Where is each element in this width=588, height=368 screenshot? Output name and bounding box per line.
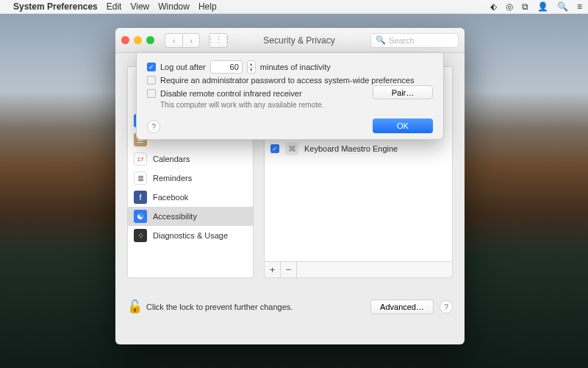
titlebar: ‹ › ⋮⋮⋮ Security & Privacy 🔍 Search: [115, 28, 465, 53]
menubar: System Preferences Edit View Window Help…: [0, 0, 588, 14]
window-title: Security & Privacy: [232, 35, 366, 46]
logout-prefix: Log out after: [160, 63, 206, 71]
advanced-sheet: ✓ Log out after 60 ▲▼ minutes of inactiv…: [136, 53, 444, 140]
app-checkbox[interactable]: ✓: [270, 144, 279, 153]
menu-window[interactable]: Window: [158, 1, 190, 12]
footer: 🔓 Click the lock to prevent further chan…: [127, 299, 453, 315]
lock-icon[interactable]: 🔓: [127, 299, 140, 315]
pair-button[interactable]: Pair…: [373, 85, 433, 99]
search-icon: 🔍: [376, 35, 386, 45]
diagnostics-icon: ⁘: [134, 229, 147, 242]
logout-minutes-field[interactable]: 60: [210, 60, 243, 74]
minimize-button[interactable]: [134, 36, 142, 44]
sidebar-item-label: Calendars: [153, 155, 190, 163]
search-placeholder: Search: [389, 36, 415, 45]
wifi-menuextra-icon[interactable]: ⧉: [522, 1, 528, 12]
app-menu[interactable]: System Preferences: [13, 1, 98, 12]
remove-button[interactable]: −: [281, 262, 297, 277]
disable-ir-checkbox[interactable]: [147, 89, 156, 98]
logout-checkbox[interactable]: ✓: [147, 63, 156, 71]
preferences-window: ‹ › ⋮⋮⋮ Security & Privacy 🔍 Search ➤ ☰: [115, 28, 465, 344]
spotlight-icon[interactable]: 🔍: [557, 1, 568, 12]
sidebar-item-diagnostics[interactable]: ⁘ Diagnostics & Usage: [128, 226, 253, 245]
help-button[interactable]: ?: [440, 300, 453, 314]
admin-password-label: Require an administrator password to acc…: [160, 76, 414, 85]
user-menuextra-icon[interactable]: 👤: [537, 1, 548, 12]
menu-view[interactable]: View: [130, 1, 149, 12]
close-button[interactable]: [121, 36, 129, 44]
logout-suffix: minutes of inactivity: [260, 63, 331, 71]
reminders-icon: ≣: [134, 171, 147, 185]
facebook-icon: f: [134, 191, 147, 204]
sidebar-item-calendars[interactable]: 17 Calendars: [128, 149, 253, 169]
sidebar-item-label: Diagnostics & Usage: [153, 231, 228, 240]
list-actions: + −: [264, 262, 453, 278]
add-button[interactable]: +: [265, 262, 281, 277]
show-all-button[interactable]: ⋮⋮⋮: [209, 33, 228, 48]
back-button[interactable]: ‹: [165, 33, 182, 48]
accessibility-icon: ☯: [134, 210, 147, 223]
calendar-icon: 17: [134, 152, 147, 166]
app-label: Keyboard Maestro Engine: [304, 144, 398, 153]
admin-password-checkbox[interactable]: [147, 76, 156, 85]
sheet-help-button[interactable]: ?: [147, 120, 160, 133]
sidebar-item-label: Reminders: [153, 174, 192, 183]
ok-button[interactable]: OK: [373, 118, 433, 133]
advanced-button[interactable]: Advanced…: [370, 300, 434, 314]
logout-minutes-stepper[interactable]: ▲▼: [247, 60, 256, 74]
sidebar-item-label: Accessibility: [153, 212, 197, 221]
sidebar-item-label: Facebook: [153, 193, 188, 202]
sidebar-item-reminders[interactable]: ≣ Reminders: [128, 169, 253, 188]
km-icon: ⌘: [285, 142, 298, 155]
notification-center-icon[interactable]: ≡: [577, 1, 582, 12]
disable-ir-label: Disable remote control infrared receiver: [160, 89, 302, 98]
sidebar-item-accessibility[interactable]: ☯ Accessibility: [128, 207, 253, 226]
sync-menuextra-icon[interactable]: ◎: [506, 1, 513, 12]
zoom-button[interactable]: [146, 36, 154, 44]
ir-hint: This computer will work with any availab…: [160, 101, 433, 109]
sidebar-item-facebook[interactable]: f Facebook: [128, 188, 253, 207]
menu-edit[interactable]: Edit: [107, 1, 122, 12]
forward-button[interactable]: ›: [182, 33, 200, 48]
app-row-keyboard-maestro-engine[interactable]: ✓ ⌘ Keyboard Maestro Engine: [265, 139, 452, 158]
menu-help[interactable]: Help: [198, 1, 217, 12]
dropbox-menuextra-icon[interactable]: ⬖: [490, 1, 497, 12]
search-field[interactable]: 🔍 Search: [370, 33, 459, 48]
lock-label: Click the lock to prevent further change…: [146, 302, 293, 311]
